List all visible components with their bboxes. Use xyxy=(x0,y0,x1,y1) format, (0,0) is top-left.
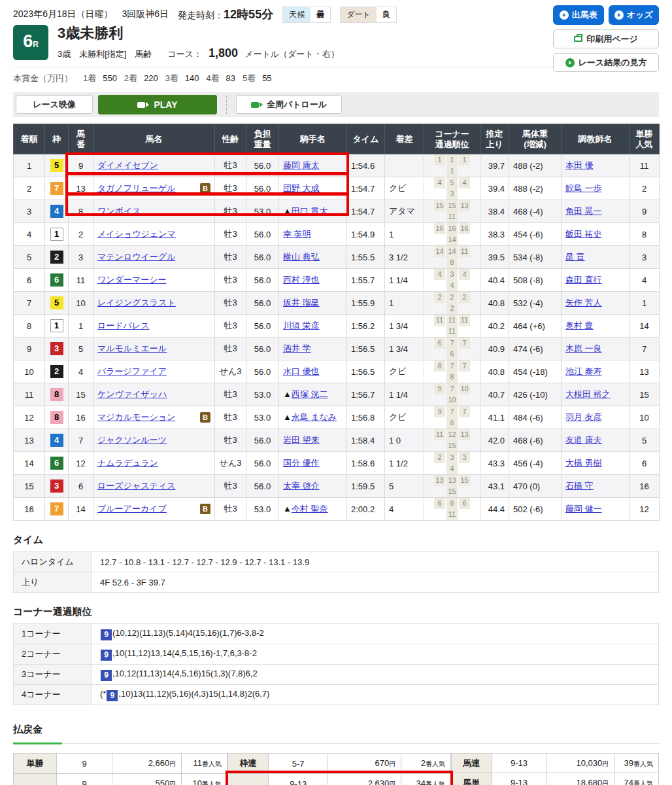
payout-row-umaren: 馬連 9-13 10,030円 39番人気 xyxy=(451,754,658,773)
trainer-link[interactable]: 矢作 芳人 xyxy=(565,298,602,307)
horse-name-link[interactable]: タガノフリューゲル xyxy=(97,183,175,193)
trainer-link[interactable]: 石橋 守 xyxy=(565,481,594,491)
odds-button[interactable]: オッズ xyxy=(609,5,660,25)
jockey-link[interactable]: 岩田 望来 xyxy=(283,435,320,445)
trainer-link[interactable]: 藤岡 健一 xyxy=(565,504,602,514)
cell-last3f: 39.5 xyxy=(480,246,509,269)
trainer-link[interactable]: 森田 直行 xyxy=(565,275,602,285)
trainer-link[interactable]: 昆 貢 xyxy=(565,252,585,262)
result-guide-button[interactable]: レース結果の見方 xyxy=(553,53,659,72)
horse-name-link[interactable]: バラージファイア xyxy=(97,366,167,376)
cell-load-weight: 56.0 xyxy=(246,177,279,200)
horse-name-link[interactable]: マテンロウイーグル xyxy=(97,252,175,262)
jockey-link[interactable]: 団野 大成 xyxy=(283,183,320,193)
cell-sex-age: 牡3 xyxy=(215,154,246,177)
cell-margin: 1 1/4 xyxy=(385,383,424,406)
horse-name-link[interactable]: ロードパレス xyxy=(97,321,150,330)
shutsuba-button[interactable]: 出馬表 xyxy=(553,5,604,25)
frame-number-badge: 2 xyxy=(50,365,63,378)
trainer-link[interactable]: 奥村 豊 xyxy=(565,321,594,330)
jockey-link[interactable]: 西村 淳也 xyxy=(283,275,320,285)
cell-corner-order: 2222 xyxy=(424,292,480,315)
trainer-link[interactable]: 角田 晃一 xyxy=(565,206,602,216)
horse-name-link[interactable]: ワンダーマーシー xyxy=(97,275,167,285)
prize-place: 2着 xyxy=(124,73,137,83)
cell-corner-order: 11111111 xyxy=(424,315,480,338)
jockey-link[interactable]: 西塚 洸二 xyxy=(292,389,328,399)
horse-name-link[interactable]: ローズジャスティス xyxy=(97,481,175,491)
prize-amount: 220 xyxy=(144,73,158,83)
horse-name-link[interactable]: ダイメイセブン xyxy=(97,160,158,170)
cell-last3f: 44.4 xyxy=(480,498,509,521)
corner-pos: 6 xyxy=(434,498,445,509)
header-horse-weight: 馬体重 (増減) xyxy=(509,124,562,154)
corner-pos: 6 xyxy=(446,349,458,360)
corner-pos: 4 xyxy=(459,269,470,280)
jockey-link[interactable]: 川須 栄彦 xyxy=(283,321,320,330)
corner-pos: 12 xyxy=(446,429,458,440)
trainer-link[interactable]: 木原 一良 xyxy=(565,343,602,353)
cell-load-weight: 56.0 xyxy=(246,154,279,177)
cell-corner-order: 11121315 xyxy=(424,429,480,452)
corner-row-label: 1コーナー xyxy=(14,624,92,644)
frame-number-badge: 6 xyxy=(50,273,63,287)
results-header-row: 着順 枠 馬 番 馬名 性齢 負担 重量 騎手名 タイム 着差 コーナー 通過順… xyxy=(14,124,660,154)
cell-sex-age: 牡3 xyxy=(215,223,246,246)
cell-horse-number: 9 xyxy=(69,154,93,177)
corner-pos: 3 xyxy=(446,452,458,463)
header-corner-order: コーナー 通過順位 xyxy=(424,124,480,154)
play-button[interactable]: PLAY xyxy=(98,95,217,114)
trainer-link[interactable]: 友道 康夫 xyxy=(565,435,602,445)
horse-name-link[interactable]: ケンヴァイザッハ xyxy=(97,389,167,399)
jockey-link[interactable]: 横山 典弘 xyxy=(283,252,320,262)
cell-load-weight: 53.0 xyxy=(246,498,279,521)
race-movie-button[interactable]: レース映像 xyxy=(16,96,93,114)
payout-label: ワイド xyxy=(228,774,269,785)
trainer-link[interactable]: 飯田 祐史 xyxy=(565,229,602,239)
jockey-link[interactable]: 藤岡 康太 xyxy=(283,160,320,170)
trainer-link[interactable]: 大橋 勇樹 xyxy=(565,458,602,468)
horse-name-link[interactable]: ジャクソンルーツ xyxy=(97,435,167,445)
trainer-link[interactable]: 本田 優 xyxy=(565,160,594,170)
cell-horse-weight: 426 (-10) xyxy=(509,383,562,406)
cell-margin: 1 1/4 xyxy=(385,269,424,292)
trainer-link[interactable]: 池江 泰寿 xyxy=(565,366,602,376)
horse-name-link[interactable]: ブルーアーカイブ xyxy=(97,504,167,514)
trainer-link[interactable]: 大根田 裕之 xyxy=(565,389,611,399)
payout-row-umatan: 馬単 9-13 18,680円 74番人気 xyxy=(451,773,658,785)
payout-popularity: 2番人気 xyxy=(401,754,451,774)
jockey-link[interactable]: 国分 優作 xyxy=(283,458,320,468)
cell-horse-weight: 468 (-4) xyxy=(509,200,562,223)
frame-number-badge: 7 xyxy=(50,182,63,195)
jockey-link[interactable]: 幸 英明 xyxy=(283,229,311,239)
winner-number-badge: 9 xyxy=(107,690,118,701)
jockey-link[interactable]: 酒井 学 xyxy=(283,343,311,353)
jockey-link[interactable]: 太宰 啓介 xyxy=(283,481,320,491)
horse-name-link[interactable]: ナムラデュラン xyxy=(97,458,158,468)
payout-popularity: 10番人気 xyxy=(182,774,227,785)
cell-margin: 5 xyxy=(385,475,424,498)
horse-name-link[interactable]: マルモルミエール xyxy=(97,343,167,353)
trainer-link[interactable]: 羽月 友彦 xyxy=(565,412,602,422)
result-row: 6 6 11 ワンダーマーシー 牡3 56.0 西村 淳也 1:55.7 1 1… xyxy=(14,269,660,292)
patrol-video-button[interactable]: 全周パトロール xyxy=(236,96,342,114)
jockey-link[interactable]: 田口 貫太 xyxy=(292,206,328,216)
jockey-link[interactable]: 今村 聖奈 xyxy=(292,504,328,514)
cell-corner-order: 8778 xyxy=(424,360,480,383)
header-load-weight: 負担 重量 xyxy=(246,124,279,154)
jockey-link[interactable]: 水口 優也 xyxy=(283,366,320,376)
horse-name-link[interactable]: マジカルモーション xyxy=(97,412,175,422)
horse-name-link[interactable]: ワンボイス xyxy=(97,206,141,216)
horse-name-link[interactable]: メイショウジェンマ xyxy=(97,229,176,239)
cell-last3f: 38.4 xyxy=(480,200,509,223)
time-section-title: タイム xyxy=(13,534,659,546)
result-row: 15 3 6 ローズジャスティス 牡3 56.0 太宰 啓介 1:59.5 5 … xyxy=(14,475,660,498)
corner-pos: 2 xyxy=(434,452,445,463)
jockey-link[interactable]: 永島 まなみ xyxy=(292,412,337,422)
trainer-link[interactable]: 鮫島 一歩 xyxy=(565,183,602,193)
jockey-link[interactable]: 坂井 瑠星 xyxy=(283,298,320,307)
horse-name-link[interactable]: レイジングスラスト xyxy=(97,298,176,307)
print-page-button[interactable]: 印刷用ページ xyxy=(553,29,659,48)
time-row: ハロンタイム 12.7 - 10.8 - 13.1 - 12.7 - 12.7 … xyxy=(14,552,659,572)
payout-amount: 2,660円 xyxy=(112,754,182,774)
